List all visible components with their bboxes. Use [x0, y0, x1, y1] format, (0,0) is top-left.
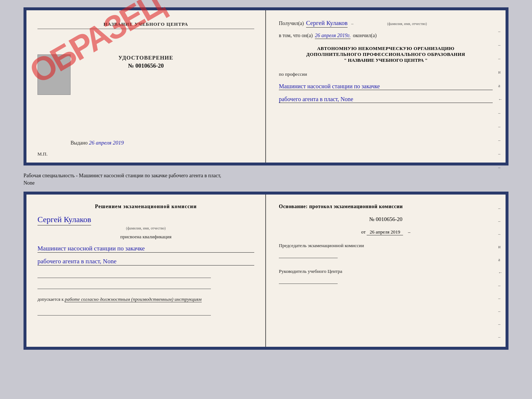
predsedatel-podpis-line — [279, 251, 338, 258]
udostoverenie-num: № 0010656-20 — [118, 63, 173, 69]
okonchil-label: окончил(а) — [353, 33, 377, 39]
dopuskaetsya-label: допускается к — [37, 297, 64, 302]
fio-hint-top: (фамилия, имя, отчество) — [387, 22, 427, 26]
poluchil-name: Сергей Кулаков — [306, 19, 348, 28]
qual-line2: рабочего агента в пласт, None — [37, 258, 254, 266]
fio-hint-bottom: (фамилия, имя, отчество) — [37, 226, 254, 230]
name-block-bottom: Сергей Кулаков (фамилия, имя, отчество) — [37, 215, 254, 230]
right-dashes-bottom: – – – и а ← – – – – – — [498, 206, 503, 340]
vtom-label: в том, что он(а) — [279, 33, 313, 39]
profession-line2: рабочего агента в пласт, None — [279, 96, 493, 103]
ot-date-value: 26 апреля 2019 — [367, 229, 403, 235]
bottom-name: Сергей Кулаков — [37, 215, 91, 225]
udostoverenie-title: УДОСТОВЕРЕНИЕ — [118, 55, 173, 61]
vydano-label: Выдано — [71, 140, 88, 146]
middle-line2: None — [24, 179, 508, 187]
vtom-line: в том, что он(а) 26 апреля 2019г. окончи… — [279, 33, 493, 39]
top-doc-left: НАЗВАНИЕ УЧЕБНОГО ЦЕНТРА ОБРАЗЕЦ УДОСТОВ… — [26, 10, 266, 163]
vtom-date: 26 апреля 2019г. — [315, 33, 351, 39]
org-block: АВТОНОМНУЮ НЕКОММЕРЧЕСКУЮ ОРГАНИЗАЦИЮ ДО… — [279, 46, 493, 63]
protokol-num: № 0010656-20 — [279, 216, 493, 222]
rukovoditel-block: Руководитель учебного Центра — [279, 268, 493, 285]
right-dashes-top: – – – и а ← – – – – – — [498, 29, 503, 170]
blank-line-3 — [37, 308, 211, 316]
predsedatel-label: Председатель экзаменационной комиссии — [279, 243, 493, 249]
poluchil-line: Получил(а) Сергей Кулаков – (фамилия, им… — [279, 19, 493, 28]
bottom-doc-left: Решением экзаменационной комиссии Сергей… — [26, 195, 266, 347]
top-document: НАЗВАНИЕ УЧЕБНОГО ЦЕНТРА ОБРАЗЕЦ УДОСТОВ… — [24, 7, 508, 165]
bottom-document: Решением экзаменационной комиссии Сергей… — [24, 192, 508, 350]
vydano-line: Выдано 26 апреля 2019 — [71, 140, 124, 146]
dopuskaetsya-block: допускается к работе согласно должностны… — [37, 296, 254, 302]
org-line2: ДОПОЛНИТЕЛЬНОГО ПРОФЕССИОНАЛЬНОГО ОБРАЗО… — [279, 51, 493, 57]
bottom-doc-right: Основание: протокол экзаменационной коми… — [266, 195, 506, 347]
ot-label: от — [361, 229, 366, 235]
udostoverenie-block: УДОСТОВЕРЕНИЕ № 0010656-20 — [118, 55, 173, 69]
ot-date-block: от 26 апреля 2019 – — [279, 229, 493, 235]
poluchil-label: Получил(а) — [279, 21, 304, 26]
vydano-date: 26 апреля 2019 — [89, 140, 124, 146]
obrazec-stamp: ОБРАЗЕЦ — [24, 0, 168, 89]
blank-line-2 — [37, 282, 211, 289]
po-professii: по профессии — [279, 71, 493, 77]
resheniem-text: Решением экзаменационной комиссии — [37, 204, 254, 210]
osnovanie-text: Основание: протокол экзаменационной коми… — [279, 204, 493, 210]
profession-line1: Машинист насосной станции по закачке — [279, 83, 493, 90]
middle-line1: Рабочая специальность - Машинист насосно… — [24, 172, 508, 179]
top-doc-right: Получил(а) Сергей Кулаков – (фамилия, им… — [266, 10, 506, 163]
middle-text: Рабочая специальность - Машинист насосно… — [24, 169, 508, 188]
mp-label: М.П. — [37, 151, 47, 157]
org-line3: " НАЗВАНИЕ УЧЕБНОГО ЦЕНТРА " — [279, 57, 493, 63]
predsedatel-block: Председатель экзаменационной комиссии — [279, 243, 493, 260]
prisvoena-text: присвоена квалификация — [37, 234, 254, 240]
rukovoditel-podpis-line — [279, 277, 338, 284]
org-line1: АВТОНОМНУЮ НЕКОММЕРЧЕСКУЮ ОРГАНИЗАЦИЮ — [279, 46, 493, 51]
dopusk-text: работе согласно должностным (производств… — [65, 296, 201, 302]
qual-line1: Машинист насосной станции по закачке — [37, 245, 254, 253]
blank-line-1 — [37, 271, 211, 278]
rukovoditel-label: Руководитель учебного Центра — [279, 268, 493, 274]
